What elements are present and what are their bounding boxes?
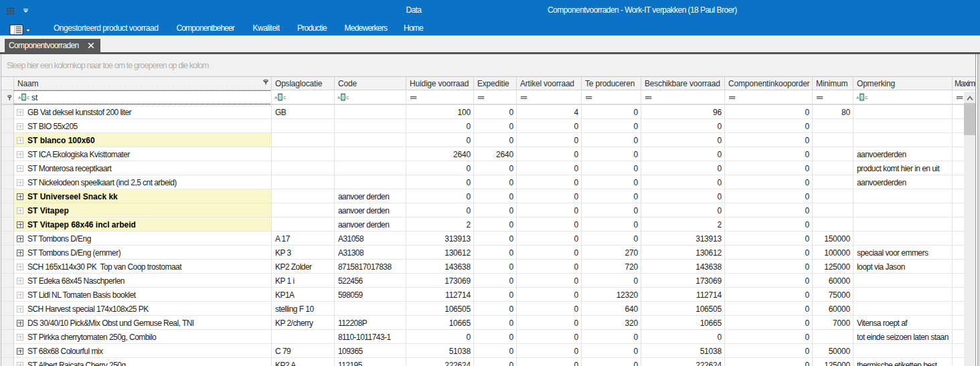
svg-text:A: A bbox=[18, 96, 21, 100]
svg-text:C: C bbox=[282, 96, 286, 100]
svg-text:C: C bbox=[345, 96, 349, 100]
svg-text:A: A bbox=[274, 96, 277, 100]
svg-text:C: C bbox=[27, 96, 30, 100]
svg-text:C: C bbox=[864, 96, 868, 100]
svg-text:A: A bbox=[337, 96, 340, 100]
svg-text:A: A bbox=[856, 96, 859, 100]
